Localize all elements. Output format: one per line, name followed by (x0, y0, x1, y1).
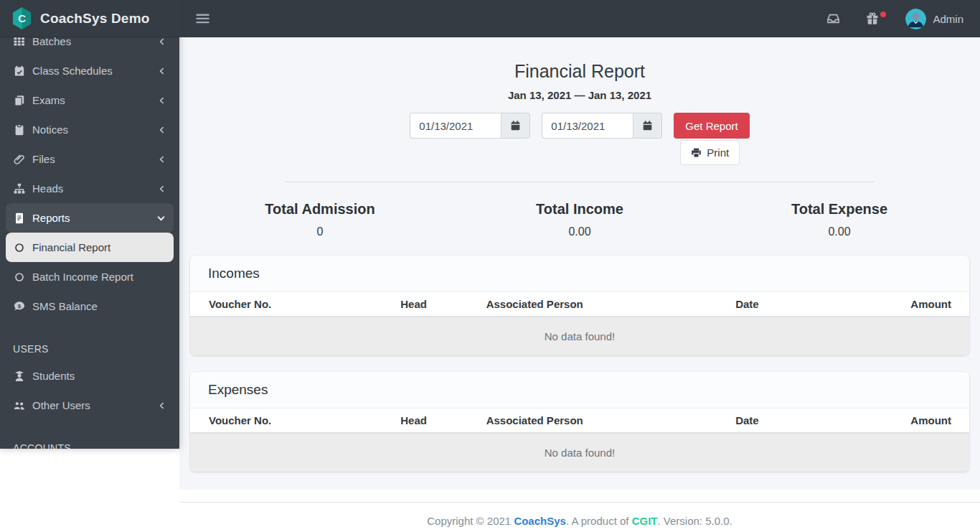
circle-icon (13, 271, 25, 283)
sidebar-item-financial-report[interactable]: Financial Report (6, 233, 174, 262)
report-cards: IncomesVoucher No.HeadAssociated PersonD… (190, 256, 969, 472)
column-header-voucher-no: Voucher No. (190, 292, 400, 317)
user-graduate-icon (13, 370, 25, 382)
sidebar-item-label: Batch Income Report (32, 271, 133, 283)
sidebar-item-label: Reports (32, 212, 70, 224)
printer-icon (691, 147, 702, 159)
gift-icon[interactable] (865, 12, 880, 25)
user-avatar[interactable] (905, 9, 926, 29)
user-menu-label[interactable]: Admin (933, 13, 963, 25)
print-button[interactable]: Print (680, 140, 740, 165)
total-value: 0.00 (710, 225, 969, 238)
report-date-range: Jan 13, 2021 — Jan 13, 2021 (190, 89, 969, 101)
svg-text:C: C (18, 12, 26, 24)
total-label: Total Expense (710, 201, 969, 218)
no-data-message: No data found! (190, 433, 969, 472)
total-total-admission: Total Admission0 (190, 201, 450, 238)
column-header-date: Date (735, 292, 852, 317)
column-header-head: Head (400, 292, 486, 317)
file-report-icon (13, 213, 25, 224)
total-total-income: Total Income0.00 (450, 201, 710, 238)
main-content: Financial Report Jan 13, 2021 — Jan 13, … (179, 37, 980, 532)
print-button-label: Print (707, 146, 729, 159)
calendar-check-icon (13, 65, 25, 77)
to-date-calendar-button[interactable] (633, 113, 662, 139)
sidebar-section-users: USERS (6, 342, 174, 355)
coachsys-logo-icon: C (11, 6, 33, 30)
chevron-down-icon (156, 213, 166, 224)
from-date-input[interactable] (410, 113, 501, 139)
column-header-date: Date (735, 409, 852, 433)
total-label: Total Income (450, 201, 710, 218)
sidebar-toggle-button[interactable] (196, 13, 209, 24)
expenses-card-title: Expenses (190, 372, 969, 409)
sidebar: BatchesClass SchedulesExamsNoticesFilesH… (0, 0, 179, 449)
incomes-card: IncomesVoucher No.HeadAssociated PersonD… (190, 256, 969, 355)
coachsys-link[interactable]: CoachSys (514, 515, 566, 527)
sitemap-icon (13, 183, 25, 195)
sidebar-item-files[interactable]: Files (6, 144, 174, 174)
version-text: . Version: 5.0.0. (658, 515, 732, 527)
page-title: Financial Report (190, 61, 969, 82)
comment-dollar-icon: $ (13, 301, 25, 312)
sidebar-menu: BatchesClass SchedulesExamsNoticesFilesH… (6, 27, 174, 449)
notification-dot (880, 11, 886, 17)
empty-row: No data found! (190, 317, 969, 355)
total-value: 0.00 (450, 225, 710, 238)
to-date-input[interactable] (542, 113, 633, 139)
sidebar-item-label: Files (32, 153, 55, 165)
sidebar-item-label: Heads (32, 182, 63, 195)
page-footer: Copyright © 2021 CoachSys. A product of … (179, 502, 980, 532)
chevron-left-icon (157, 95, 166, 106)
get-report-button[interactable]: Get Report (674, 113, 749, 139)
sidebar-item-notices[interactable]: Notices (6, 115, 174, 144)
copyright-text: Copyright © 2021 (427, 515, 514, 527)
incomes-table: Voucher No.HeadAssociated PersonDateAmou… (190, 292, 969, 355)
column-header-associated-person: Associated Person (486, 409, 736, 433)
sidebar-item-other-users[interactable]: Other Users (6, 391, 174, 420)
chevron-left-icon (157, 400, 166, 411)
sidebar-item-class-schedules[interactable]: Class Schedules (6, 56, 174, 85)
column-header-associated-person: Associated Person (486, 292, 736, 317)
sidebar-item-label: SMS Balance (32, 300, 98, 312)
inbox-icon[interactable] (826, 12, 841, 25)
svg-text:$: $ (17, 302, 21, 309)
totals-row: Total Admission0Total Income0.00Total Ex… (190, 201, 969, 238)
navbar-right: Admin (826, 9, 980, 29)
column-header-amount: Amount (852, 292, 969, 317)
chevron-left-icon (157, 124, 166, 136)
sidebar-item-students[interactable]: Students (6, 361, 174, 391)
incomes-card-title: Incomes (190, 256, 969, 292)
clipboard-icon (13, 124, 25, 136)
total-label: Total Admission (190, 201, 450, 218)
top-navbar: C CoachSys Demo (0, 0, 980, 37)
sidebar-item-heads[interactable]: Heads (6, 174, 174, 203)
paperclip-icon (13, 154, 25, 165)
cgit-link[interactable]: CGIT (632, 515, 658, 527)
from-date-group (410, 113, 530, 139)
report-form: Get Report Print (190, 113, 969, 165)
circle-icon (13, 242, 25, 253)
sidebar-item-label: Exams (32, 94, 65, 106)
expenses-card: ExpensesVoucher No.HeadAssociated Person… (190, 372, 969, 472)
sidebar-item-sms-balance[interactable]: $SMS Balance (6, 291, 174, 321)
sidebar-item-label: Notices (32, 123, 68, 136)
empty-row: No data found! (190, 433, 969, 472)
section-divider (285, 182, 875, 182)
expenses-table: Voucher No.HeadAssociated PersonDateAmou… (190, 409, 969, 472)
column-header-head: Head (400, 409, 486, 433)
sidebar-item-batch-income-report[interactable]: Batch Income Report (6, 262, 174, 291)
users-icon (13, 400, 25, 411)
report-buttons: Get Report Print (674, 113, 749, 165)
sidebar-brand[interactable]: C CoachSys Demo (0, 0, 179, 37)
copy-icon (13, 95, 25, 106)
hamburger-icon (196, 13, 209, 24)
from-date-calendar-button[interactable] (501, 113, 530, 139)
sidebar-item-reports[interactable]: Reports (6, 203, 174, 233)
content-area: Financial Report Jan 13, 2021 — Jan 13, … (179, 37, 980, 490)
sidebar-item-exams[interactable]: Exams (6, 85, 174, 115)
sidebar-item-label: Students (32, 370, 75, 382)
column-header-amount: Amount (852, 409, 969, 433)
product-of-text: . A product of (566, 515, 632, 527)
sidebar-section-accounts: ACCOUNTS (6, 442, 174, 449)
